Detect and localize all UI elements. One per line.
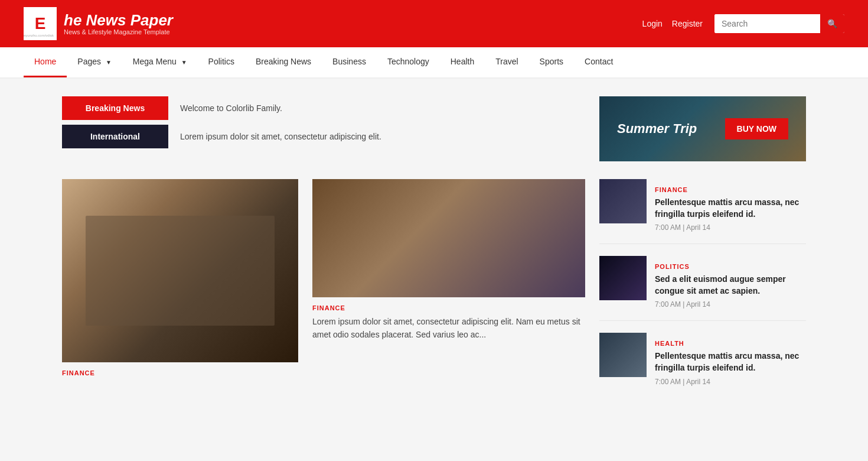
register-link[interactable]: Register	[672, 19, 703, 28]
nav-item-contact[interactable]: Contact	[574, 47, 624, 77]
ticker-label-breaking: Breaking News	[62, 96, 168, 120]
ad-banner[interactable]: Summer Trip Buy Now	[599, 96, 806, 161]
login-link[interactable]: Login	[642, 19, 663, 28]
sidebar-article-1-time: 7:00 AM | April 14	[655, 223, 806, 232]
sidebar-article-2-text: POLITICS Sed a elit euismod augue semper…	[655, 256, 806, 309]
article-center-image	[312, 179, 585, 297]
nav-item-pages[interactable]: Pages ▼	[67, 47, 122, 77]
ticker-text-international: Lorem ipsum dolor sit amet, consectetur …	[168, 125, 588, 148]
ticker-label-international: International	[62, 125, 168, 148]
search-button[interactable]: 🔍	[820, 14, 844, 33]
nav-item-travel[interactable]: Travel	[485, 47, 528, 77]
sidebar-article-2-category: POLITICS	[655, 263, 806, 270]
main-nav: Home Pages ▼ Mega Menu ▼ Politics Breaki…	[0, 47, 868, 79]
sidebar-article-3: HEALTH Pellentesque mattis arcu massa, n…	[599, 333, 806, 397]
nav-item-home[interactable]: Home	[24, 47, 67, 77]
sidebar-article-1-text: FINANCE Pellentesque mattis arcu massa, …	[655, 179, 806, 232]
article-center: FINANCE Lorem ipsum dolor sit amet, cons…	[312, 179, 585, 410]
ticker-left: Breaking News Welcome to Colorlib Family…	[62, 96, 588, 161]
articles-section: FINANCE FINANCE Lorem ipsum dolor sit am…	[62, 179, 806, 410]
pages-arrow-icon: ▼	[106, 59, 112, 66]
sidebar-article-2-title: Sed a elit euismod augue semper congue s…	[655, 274, 806, 297]
ticker-row-breaking: Breaking News Welcome to Colorlib Family…	[62, 96, 588, 120]
nav-link-business[interactable]: Business	[322, 47, 377, 76]
nav-item-politics[interactable]: Politics	[198, 47, 245, 77]
article-left-image	[62, 179, 298, 362]
nav-item-mega[interactable]: Mega Menu ▼	[122, 47, 198, 77]
nav-link-travel[interactable]: Travel	[485, 47, 528, 76]
article-left-category: FINANCE	[62, 369, 298, 376]
mega-arrow-icon: ▼	[181, 59, 187, 66]
sidebar-article-3-text: HEALTH Pellentesque mattis arcu massa, n…	[655, 333, 806, 385]
nav-link-pages[interactable]: Pages ▼	[67, 47, 122, 76]
header-right: Login Register 🔍	[642, 14, 844, 33]
ticker-row-international: International Lorem ipsum dolor sit amet…	[62, 125, 588, 148]
sidebar-article-2-image	[599, 256, 647, 300]
sidebar-article-1-category: FINANCE	[655, 186, 806, 193]
nav-link-health[interactable]: Health	[440, 47, 485, 76]
site-title: he News Paper	[64, 12, 173, 29]
nav-item-business[interactable]: Business	[322, 47, 377, 77]
nav-link-contact[interactable]: Contact	[574, 47, 624, 76]
header-auth: Login Register	[642, 19, 703, 28]
sidebar-article-1-image	[599, 179, 647, 223]
logo-box: E eyunzhu.com/vdisk	[24, 7, 57, 40]
site-title-area: he News Paper News & Lifestyle Magazine …	[64, 12, 173, 36]
nav-link-sports[interactable]: Sports	[529, 47, 574, 76]
search-input[interactable]	[714, 14, 820, 33]
nav-link-home[interactable]: Home	[24, 47, 67, 77]
sidebar-article-3-image	[599, 333, 647, 377]
sidebar-article-3-time: 7:00 AM | April 14	[655, 378, 806, 386]
sidebar-article-2: POLITICS Sed a elit euismod augue semper…	[599, 256, 806, 321]
ad-title: Summer Trip	[617, 121, 697, 137]
sidebar-article-1-title: Pellentesque mattis arcu massa, nec frin…	[655, 197, 806, 220]
sidebar-article-3-title: Pellentesque mattis arcu massa, nec frin…	[655, 350, 806, 374]
ticker-text-breaking: Welcome to Colorlib Family.	[168, 96, 588, 120]
sidebar-article-3-category: HEALTH	[655, 340, 806, 347]
articles-right: FINANCE Pellentesque mattis arcu massa, …	[599, 179, 806, 410]
sidebar-article-2-time: 7:00 AM | April 14	[655, 300, 806, 309]
logo-watermark: eyunzhu.com/vdisk	[24, 34, 54, 37]
article-center-category: FINANCE	[312, 304, 585, 311]
ticker-section: Breaking News Welcome to Colorlib Family…	[62, 96, 806, 161]
article-left: FINANCE	[62, 179, 298, 410]
main-content: Breaking News Welcome to Colorlib Family…	[50, 79, 818, 427]
logo-letter: E	[35, 14, 46, 33]
nav-item-sports[interactable]: Sports	[529, 47, 574, 77]
site-header: E eyunzhu.com/vdisk he News Paper News &…	[0, 0, 868, 47]
nav-item-technology[interactable]: Technology	[377, 47, 440, 77]
article-center-excerpt: Lorem ipsum dolor sit amet, consectetur …	[312, 315, 585, 342]
search-box: 🔍	[714, 14, 844, 33]
nav-link-breaking[interactable]: Breaking News	[245, 47, 322, 76]
sidebar-article-1: FINANCE Pellentesque mattis arcu massa, …	[599, 179, 806, 244]
nav-list: Home Pages ▼ Mega Menu ▼ Politics Breaki…	[24, 47, 844, 77]
nav-link-technology[interactable]: Technology	[377, 47, 440, 76]
logo-area: E eyunzhu.com/vdisk he News Paper News &…	[24, 7, 173, 40]
nav-item-breaking[interactable]: Breaking News	[245, 47, 322, 77]
nav-item-health[interactable]: Health	[440, 47, 485, 77]
nav-link-politics[interactable]: Politics	[198, 47, 245, 76]
site-subtitle: News & Lifestyle Magazine Template	[64, 28, 173, 35]
nav-link-mega[interactable]: Mega Menu ▼	[122, 47, 198, 76]
buy-now-button[interactable]: Buy Now	[725, 118, 788, 139]
